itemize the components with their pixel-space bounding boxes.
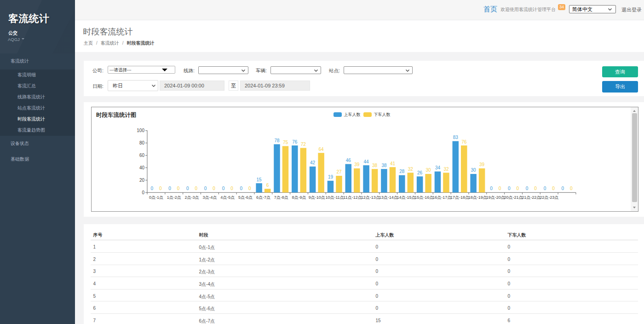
svg-text:38: 38 (372, 163, 378, 168)
svg-text:39: 39 (354, 162, 360, 167)
svg-text:0: 0 (142, 190, 144, 195)
svg-text:76: 76 (461, 139, 467, 145)
svg-text:0: 0 (177, 186, 180, 191)
svg-text:9点-10点: 9点-10点 (309, 195, 325, 200)
svg-text:42: 42 (310, 160, 316, 165)
svg-text:0: 0 (213, 186, 215, 191)
svg-text:38: 38 (381, 163, 387, 168)
svg-text:0: 0 (552, 186, 555, 191)
svg-text:18点-19点: 18点-19点 (468, 195, 487, 200)
svg-text:0: 0 (186, 186, 189, 191)
svg-text:34: 34 (435, 165, 441, 170)
svg-text:0: 0 (499, 186, 501, 191)
svg-text:21点-22点: 21点-22点 (522, 195, 540, 200)
svg-text:6: 6 (266, 183, 269, 188)
svg-text:8点-9点: 8点-9点 (292, 195, 306, 200)
svg-text:64: 64 (319, 147, 324, 152)
svg-text:0: 0 (222, 186, 225, 191)
svg-text:0: 0 (561, 186, 564, 191)
svg-text:0: 0 (168, 186, 171, 191)
svg-text:100: 100 (137, 128, 144, 133)
svg-text:0: 0 (570, 186, 573, 191)
svg-text:0: 0 (248, 186, 251, 191)
svg-text:0: 0 (490, 186, 493, 191)
svg-text:0: 0 (240, 186, 243, 191)
svg-text:19: 19 (328, 174, 334, 179)
svg-text:0: 0 (150, 186, 153, 191)
svg-text:0: 0 (534, 186, 537, 191)
svg-text:30: 30 (471, 168, 477, 173)
svg-text:0点-1点: 0点-1点 (149, 195, 163, 200)
svg-text:15: 15 (257, 177, 262, 182)
svg-text:14点-15点: 14点-15点 (397, 195, 416, 200)
svg-text:12点-13点: 12点-13点 (361, 195, 380, 200)
svg-text:0: 0 (230, 186, 233, 191)
svg-text:13点-14点: 13点-14点 (379, 195, 398, 200)
svg-text:46: 46 (346, 158, 351, 163)
svg-text:0: 0 (544, 186, 546, 191)
svg-text:5点-6点: 5点-6点 (238, 195, 253, 200)
svg-text:40: 40 (139, 165, 145, 170)
svg-text:20点-21点: 20点-21点 (504, 195, 523, 200)
svg-text:2点-3点: 2点-3点 (185, 195, 199, 200)
svg-text:0: 0 (159, 186, 162, 191)
svg-text:60: 60 (139, 153, 145, 158)
svg-text:28: 28 (399, 169, 405, 174)
svg-text:26: 26 (417, 170, 423, 175)
svg-text:32: 32 (408, 167, 414, 172)
svg-text:75: 75 (283, 140, 288, 145)
svg-text:10点-11点: 10点-11点 (326, 195, 344, 200)
svg-text:30: 30 (426, 168, 431, 173)
svg-text:41: 41 (390, 161, 396, 166)
svg-text:44: 44 (364, 159, 369, 164)
svg-text:20: 20 (139, 178, 145, 183)
svg-text:27: 27 (336, 169, 342, 174)
svg-text:0: 0 (204, 186, 207, 191)
svg-text:17点-18点: 17点-18点 (450, 195, 469, 200)
svg-text:4点-5点: 4点-5点 (220, 195, 235, 200)
svg-text:16点-17点: 16点-17点 (432, 195, 451, 200)
svg-text:3点-4点: 3点-4点 (202, 195, 217, 200)
svg-text:32: 32 (443, 167, 449, 172)
svg-text:7点-8点: 7点-8点 (274, 195, 288, 200)
svg-text:15点-16点: 15点-16点 (414, 195, 433, 200)
svg-text:76: 76 (292, 139, 298, 145)
svg-text:83: 83 (453, 135, 459, 140)
svg-text:0: 0 (526, 186, 529, 191)
svg-text:1点-2点: 1点-2点 (167, 195, 181, 200)
svg-text:72: 72 (301, 142, 306, 147)
svg-text:11点-12点: 11点-12点 (343, 195, 362, 200)
svg-text:78: 78 (274, 138, 280, 143)
svg-text:80: 80 (139, 140, 145, 145)
svg-text:0: 0 (516, 186, 519, 191)
svg-text:22点-23点: 22点-23点 (540, 195, 558, 200)
svg-text:0: 0 (195, 186, 198, 191)
svg-text:6点-7点: 6点-7点 (256, 195, 270, 200)
svg-text:0: 0 (508, 186, 511, 191)
svg-text:39: 39 (479, 162, 485, 167)
svg-text:19点-20点: 19点-20点 (486, 195, 505, 200)
